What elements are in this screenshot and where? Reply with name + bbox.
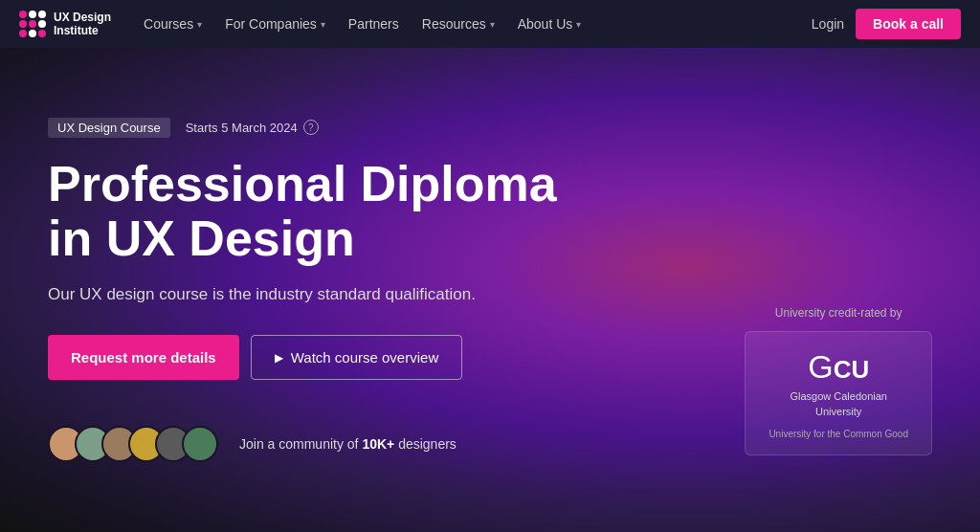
nav-links: Courses ▾ For Companies ▾ Partners Resou… xyxy=(134,11,812,37)
community-text: Join a community of 10K+ designers xyxy=(239,436,457,452)
request-details-button[interactable]: Request more details xyxy=(48,335,239,380)
hero-title: Professional Diploma in UX Design xyxy=(48,157,574,266)
gcu-badge: University credit-rated by GCU Glasgow C… xyxy=(745,306,932,455)
nav-resources[interactable]: Resources ▾ xyxy=(412,11,504,37)
breadcrumb-course: UX Design Course xyxy=(48,118,170,138)
chevron-down-icon: ▾ xyxy=(321,19,325,30)
gcu-name: Glasgow Caledonian University xyxy=(790,389,887,419)
gcu-logo: GCU Glasgow Caledonian University Univer… xyxy=(745,331,932,455)
nav-right: Login Book a call xyxy=(812,9,961,39)
gcu-tagline: University for the Common Good xyxy=(768,429,908,439)
navbar: UX Design Institute Courses ▾ For Compan… xyxy=(0,0,980,48)
login-link[interactable]: Login xyxy=(812,16,844,32)
help-icon[interactable]: ? xyxy=(303,120,319,135)
nav-partners[interactable]: Partners xyxy=(339,11,409,37)
nav-about-us[interactable]: About Us ▾ xyxy=(508,11,591,37)
logo-line2: Institute xyxy=(54,24,111,37)
book-call-button[interactable]: Book a call xyxy=(856,9,961,39)
hero-section: UX Design Institute Courses ▾ For Compan… xyxy=(0,0,980,532)
logo[interactable]: UX Design Institute xyxy=(19,11,111,38)
play-icon: ▶ xyxy=(275,351,283,365)
logo-dots-icon xyxy=(19,11,46,37)
chevron-down-icon: ▾ xyxy=(197,19,202,30)
avatar xyxy=(182,426,218,462)
nav-for-companies[interactable]: For Companies ▾ xyxy=(215,11,335,37)
breadcrumb: UX Design Course Starts 5 March 2024 ? xyxy=(48,118,932,138)
nav-courses[interactable]: Courses ▾ xyxy=(134,11,212,37)
chevron-down-icon: ▾ xyxy=(490,19,495,30)
gcu-credit-label: University credit-rated by xyxy=(745,306,932,320)
gcu-initials: GCU xyxy=(808,347,869,384)
avatar-group xyxy=(48,426,209,462)
breadcrumb-date: Starts 5 March 2024 ? xyxy=(186,120,319,135)
watch-overview-button[interactable]: ▶ Watch course overview xyxy=(251,335,463,380)
chevron-down-icon: ▾ xyxy=(576,19,581,30)
logo-line1: UX Design xyxy=(54,11,111,24)
hero-subtitle: Our UX design course is the industry sta… xyxy=(48,285,507,304)
